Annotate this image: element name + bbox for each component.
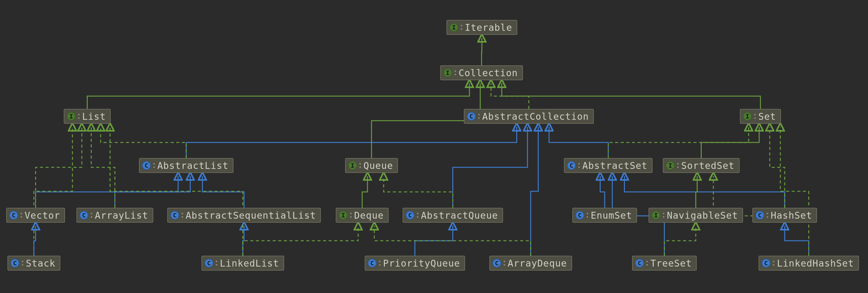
grip-icon xyxy=(22,258,23,269)
interface-icon xyxy=(67,112,75,121)
grip-icon xyxy=(153,160,155,171)
node-abstractset[interactable]: AbstractSet xyxy=(564,158,653,173)
edge-linkedlist-to-abstractsequentiallist xyxy=(243,226,244,256)
edge-abstractset-to-abstractcollection xyxy=(549,127,609,158)
grip-icon xyxy=(455,67,456,78)
interface-icon xyxy=(450,23,458,32)
node-label: AbstractSequentialList xyxy=(186,210,316,221)
node-label: HashSet xyxy=(771,210,812,221)
edge-linkedlist-to-deque xyxy=(243,226,358,256)
class-icon xyxy=(755,211,764,219)
edge-abstractset-to-set xyxy=(609,127,749,158)
edge-treeset-to-navigableset xyxy=(664,226,696,256)
node-abstractlist[interactable]: AbstractList xyxy=(139,158,234,173)
grip-icon xyxy=(417,210,418,221)
edge-arraydeque-to-abstractcollection xyxy=(531,127,538,256)
node-label: TreeSet xyxy=(650,258,692,269)
class-icon xyxy=(762,259,770,267)
edge-sortedset-to-set xyxy=(701,127,760,158)
node-label: AbstractSet xyxy=(582,160,648,171)
edge-abstractsequentiallist-to-abstractlist xyxy=(203,176,244,208)
node-hashset[interactable]: HashSet xyxy=(752,208,817,223)
edge-stack-to-list xyxy=(34,127,72,256)
node-abstractsequentiallist[interactable]: AbstractSequentialList xyxy=(167,208,321,223)
node-label: ArrayDeque xyxy=(508,258,567,269)
node-arraylist[interactable]: ArrayList xyxy=(76,208,153,223)
edge-abstractcollection-to-collection xyxy=(491,83,529,109)
grip-icon xyxy=(478,111,480,122)
edge-hashset-to-abstractset xyxy=(625,176,785,208)
grip-icon xyxy=(504,258,505,269)
edge-abstractqueue-to-abstractcollection xyxy=(453,127,528,208)
node-label: Stack xyxy=(26,258,55,269)
edge-arraylist-to-list xyxy=(91,127,115,208)
edge-abstractlist-to-list xyxy=(101,127,186,158)
node-label: SortedSet xyxy=(681,160,735,171)
node-set[interactable]: Set xyxy=(740,109,781,124)
node-sortedset[interactable]: SortedSet xyxy=(663,158,740,173)
class-icon xyxy=(576,211,584,219)
diagram-canvas[interactable]: IterableCollectionListAbstractCollection… xyxy=(0,0,868,293)
node-vector[interactable]: Vector xyxy=(6,208,65,223)
grip-icon xyxy=(216,258,217,269)
grip-icon xyxy=(21,210,22,221)
node-priorityqueue[interactable]: PriorityQueue xyxy=(365,256,465,271)
node-label: NavigableSet xyxy=(667,210,738,221)
node-label: EnumSet xyxy=(591,210,632,221)
grip-icon xyxy=(767,210,768,221)
node-label: LinkedList xyxy=(220,258,279,269)
edge-arraylist-to-abstractlist xyxy=(115,176,191,208)
node-abstractqueue[interactable]: AbstractQueue xyxy=(403,208,503,223)
edge-linkedhashset-to-hashset xyxy=(785,226,809,256)
class-icon xyxy=(406,211,414,219)
interface-icon xyxy=(339,211,348,219)
edge-abstractqueue-to-queue xyxy=(384,176,453,208)
class-icon xyxy=(205,259,213,267)
class-icon xyxy=(368,259,376,267)
edge-deque-to-queue xyxy=(362,176,368,208)
edge-enumset-to-abstractset xyxy=(600,176,605,208)
node-iterable[interactable]: Iterable xyxy=(446,20,517,35)
grip-icon xyxy=(646,258,648,269)
node-collection[interactable]: Collection xyxy=(440,65,523,80)
edges-layer xyxy=(0,0,868,293)
edge-linkedlist-to-list xyxy=(110,127,243,256)
edge-set-to-collection xyxy=(502,83,761,109)
edge-navigableset-to-sortedset xyxy=(696,176,697,208)
node-queue[interactable]: Queue xyxy=(345,158,398,173)
grip-icon xyxy=(677,160,679,171)
grip-icon xyxy=(182,210,183,221)
interface-icon xyxy=(443,68,452,77)
node-deque[interactable]: Deque xyxy=(336,208,389,223)
grip-icon xyxy=(773,258,774,269)
grip-icon xyxy=(91,210,92,221)
edge-abstractlist-to-abstractcollection xyxy=(186,127,517,158)
grip-icon xyxy=(754,111,756,122)
node-label: PriorityQueue xyxy=(383,258,460,269)
node-linkedhashset[interactable]: LinkedHashSet xyxy=(758,256,859,271)
class-icon xyxy=(170,211,179,219)
node-label: LinkedHashSet xyxy=(777,258,854,269)
grip-icon xyxy=(379,258,380,269)
node-treeset[interactable]: TreeSet xyxy=(632,256,697,271)
grip-icon xyxy=(360,160,361,171)
node-navigableset[interactable]: NavigableSet xyxy=(649,208,743,223)
node-stack[interactable]: Stack xyxy=(7,256,60,271)
interface-icon xyxy=(666,161,675,170)
node-label: Set xyxy=(758,111,776,122)
grip-icon xyxy=(663,210,664,221)
node-enumset[interactable]: EnumSet xyxy=(572,208,637,223)
grip-icon xyxy=(350,210,352,221)
node-arraydeque[interactable]: ArrayDeque xyxy=(489,256,572,271)
class-icon xyxy=(467,112,476,121)
node-list[interactable]: List xyxy=(64,109,111,124)
node-abstractcollection[interactable]: AbstractCollection xyxy=(464,109,594,124)
edge-vector-to-abstractlist xyxy=(36,176,179,208)
node-label: Iterable xyxy=(465,22,513,33)
class-icon xyxy=(567,161,576,170)
grip-icon xyxy=(578,160,580,171)
interface-icon xyxy=(348,161,357,170)
grip-icon xyxy=(461,22,462,33)
class-icon xyxy=(9,211,18,219)
node-linkedlist[interactable]: LinkedList xyxy=(202,256,284,271)
